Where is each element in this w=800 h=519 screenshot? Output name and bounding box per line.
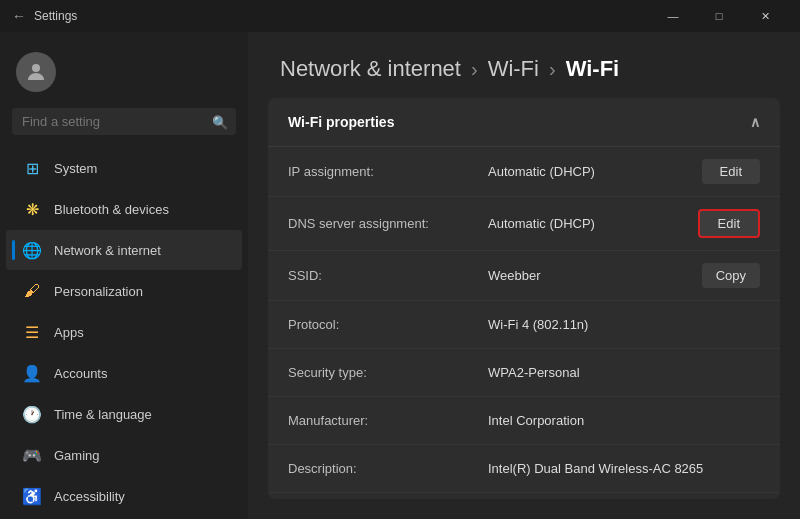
prop-value-0: Automatic (DHCP)	[488, 164, 690, 179]
sidebar-label-network: Network & internet	[54, 243, 161, 258]
breadcrumb-wifi1: Wi-Fi	[488, 56, 539, 82]
sidebar-label-system: System	[54, 161, 97, 176]
prop-value-4: WPA2-Personal	[488, 365, 760, 380]
sidebar-item-personalization[interactable]: 🖌Personalization	[6, 271, 242, 311]
prop-label-0: IP assignment:	[288, 164, 488, 179]
prop-row-2: SSID:WeebberCopy	[268, 251, 780, 301]
breadcrumb-network: Network & internet	[280, 56, 461, 82]
prop-value-3: Wi-Fi 4 (802.11n)	[488, 317, 760, 332]
prop-row-6: Description:Intel(R) Dual Band Wireless-…	[268, 445, 780, 493]
prop-label-1: DNS server assignment:	[288, 216, 488, 231]
prop-action-1: Edit	[698, 209, 760, 238]
panel-header: Wi-Fi properties ∧	[268, 98, 780, 147]
search-input[interactable]	[12, 108, 236, 135]
avatar[interactable]	[16, 52, 56, 92]
nav-icon-bluetooth: ❋	[22, 199, 42, 219]
maximize-button[interactable]: □	[696, 0, 742, 32]
nav-icon-system: ⊞	[22, 158, 42, 178]
prop-value-2: Weebber	[488, 268, 690, 283]
sidebar-nav: ⊞System❋Bluetooth & devices🌐Network & in…	[0, 147, 248, 519]
prop-value-5: Intel Corporation	[488, 413, 760, 428]
nav-icon-accounts: 👤	[22, 363, 42, 383]
prop-row-3: Protocol:Wi-Fi 4 (802.11n)	[268, 301, 780, 349]
close-button[interactable]: ✕	[742, 0, 788, 32]
breadcrumb: Network & internet › Wi-Fi › Wi-Fi	[248, 32, 800, 98]
panel-collapse-button[interactable]: ∧	[750, 114, 760, 130]
prop-label-4: Security type:	[288, 365, 488, 380]
breadcrumb-sep1: ›	[471, 58, 478, 81]
edit-button-0[interactable]: Edit	[702, 159, 760, 184]
prop-row-4: Security type:WPA2-Personal	[268, 349, 780, 397]
panel-title: Wi-Fi properties	[288, 114, 394, 130]
nav-icon-apps: ☰	[22, 322, 42, 342]
prop-row-0: IP assignment:Automatic (DHCP)Edit	[268, 147, 780, 197]
titlebar-title: Settings	[34, 9, 77, 23]
sidebar-item-bluetooth[interactable]: ❋Bluetooth & devices	[6, 189, 242, 229]
back-button[interactable]: ←	[12, 8, 26, 24]
sidebar-item-time[interactable]: 🕐Time & language	[6, 394, 242, 434]
sidebar-label-accessibility: Accessibility	[54, 489, 125, 504]
search-box: 🔍	[12, 108, 236, 135]
main-layout: 🔍 ⊞System❋Bluetooth & devices🌐Network & …	[0, 32, 800, 519]
search-icon: 🔍	[212, 114, 228, 129]
sidebar: 🔍 ⊞System❋Bluetooth & devices🌐Network & …	[0, 32, 248, 519]
prop-label-3: Protocol:	[288, 317, 488, 332]
sidebar-label-apps: Apps	[54, 325, 84, 340]
titlebar-left: ← Settings	[12, 8, 77, 24]
copy-button-2[interactable]: Copy	[702, 263, 760, 288]
nav-icon-time: 🕐	[22, 404, 42, 424]
breadcrumb-sep2: ›	[549, 58, 556, 81]
sidebar-item-apps[interactable]: ☰Apps	[6, 312, 242, 352]
sidebar-label-accounts: Accounts	[54, 366, 107, 381]
profile-section	[0, 32, 248, 108]
svg-point-0	[32, 64, 40, 72]
sidebar-item-gaming[interactable]: 🎮Gaming	[6, 435, 242, 475]
prop-row-1: DNS server assignment:Automatic (DHCP)Ed…	[268, 197, 780, 251]
sidebar-item-accounts[interactable]: 👤Accounts	[6, 353, 242, 393]
sidebar-label-gaming: Gaming	[54, 448, 100, 463]
sidebar-item-system[interactable]: ⊞System	[6, 148, 242, 188]
nav-icon-accessibility: ♿	[22, 486, 42, 506]
breadcrumb-wifi2: Wi-Fi	[566, 56, 620, 82]
edit-button-1[interactable]: Edit	[698, 209, 760, 238]
sidebar-label-bluetooth: Bluetooth & devices	[54, 202, 169, 217]
prop-action-0: Edit	[702, 159, 760, 184]
sidebar-label-personalization: Personalization	[54, 284, 143, 299]
nav-icon-gaming: 🎮	[22, 445, 42, 465]
wifi-properties-panel: Wi-Fi properties ∧ IP assignment:Automat…	[268, 98, 780, 499]
prop-value-1: Automatic (DHCP)	[488, 216, 686, 231]
sidebar-item-network[interactable]: 🌐Network & internet	[6, 230, 242, 270]
prop-label-5: Manufacturer:	[288, 413, 488, 428]
sidebar-label-time: Time & language	[54, 407, 152, 422]
content: Network & internet › Wi-Fi › Wi-Fi Wi-Fi…	[248, 32, 800, 519]
properties-list: IP assignment:Automatic (DHCP)EditDNS se…	[268, 147, 780, 499]
titlebar: ← Settings — □ ✕	[0, 0, 800, 32]
prop-label-2: SSID:	[288, 268, 488, 283]
nav-icon-network: 🌐	[22, 240, 42, 260]
prop-row-7: Driver version:20.70.23.1	[268, 493, 780, 499]
prop-action-2: Copy	[702, 263, 760, 288]
sidebar-item-accessibility[interactable]: ♿Accessibility	[6, 476, 242, 516]
minimize-button[interactable]: —	[650, 0, 696, 32]
prop-value-6: Intel(R) Dual Band Wireless-AC 8265	[488, 461, 760, 476]
titlebar-controls: — □ ✕	[650, 0, 788, 32]
prop-label-6: Description:	[288, 461, 488, 476]
prop-row-5: Manufacturer:Intel Corporation	[268, 397, 780, 445]
nav-icon-personalization: 🖌	[22, 281, 42, 301]
